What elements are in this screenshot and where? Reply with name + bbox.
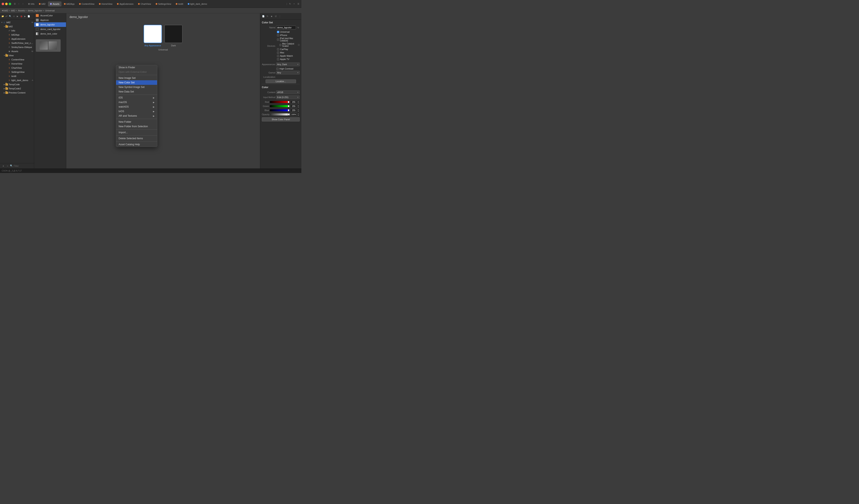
- red-stepper-down[interactable]: ▼: [298, 102, 300, 104]
- ctx-new-symbol[interactable]: New Symbol Image Set: [116, 85, 157, 89]
- inspector-file-icon[interactable]: 📄: [262, 15, 265, 18]
- ctx-new-color-set[interactable]: New Color Set: [116, 80, 157, 85]
- red-stepper-up[interactable]: ▲: [298, 100, 300, 102]
- ctx-asset-catalog-help[interactable]: Asset Catalog Help: [116, 142, 157, 147]
- inspector-appearances-dropdown[interactable]: Any, Dark ▼: [276, 62, 300, 66]
- blue-stepper-up[interactable]: ▲: [298, 109, 300, 110]
- inspector-toggle-icon[interactable]: ☰: [297, 2, 300, 5]
- green-value-box[interactable]: 255: [291, 105, 297, 108]
- ctx-tvos[interactable]: tvOS ▶: [116, 109, 157, 113]
- issue-nav-icon[interactable]: ⚠: [12, 15, 15, 18]
- test-nav-icon[interactable]: ▶: [16, 15, 19, 18]
- close-button[interactable]: [2, 3, 4, 5]
- device-iphone-checkbox[interactable]: [277, 34, 279, 36]
- breadcrumb-item-bill2-2[interactable]: bill2: [11, 9, 15, 12]
- ctx-show-in-finder[interactable]: Show in Finder: [116, 65, 157, 70]
- asset-item-demo-card-bgcolor[interactable]: demo_card_bgcolor: [34, 27, 66, 31]
- red-value-box[interactable]: 255: [291, 100, 297, 104]
- device-universal-checkbox[interactable]: ✓: [277, 31, 279, 33]
- nav-item-assets[interactable]: ▣ Assets M: [0, 49, 34, 54]
- tab-testtt[interactable]: testtt: [174, 1, 185, 6]
- blue-stepper-down[interactable]: ▼: [298, 110, 300, 112]
- nav-item-view-group[interactable]: ▼ View: [0, 54, 34, 58]
- nav-item-contentview[interactable]: S ContentView: [0, 58, 34, 62]
- tab-chartview[interactable]: ChartView: [136, 1, 153, 6]
- red-slider[interactable]: [270, 101, 290, 103]
- tab-contentview[interactable]: ContentView: [77, 1, 96, 6]
- high-contrast-checkbox[interactable]: [276, 68, 278, 70]
- search-nav-icon[interactable]: 🔍: [9, 15, 12, 18]
- nav-item-tempcode[interactable]: ▶ TempCode: [0, 82, 34, 87]
- expand-icon-view[interactable]: ▼: [3, 55, 5, 57]
- opacity-value-box[interactable]: 100%: [291, 113, 297, 116]
- ctx-ar-textures[interactable]: AR and Textures ▶: [116, 113, 157, 118]
- device-mac-checkbox[interactable]: [277, 51, 279, 54]
- device-mac-catalyst-checkbox[interactable]: [280, 44, 281, 46]
- ctx-new-folder-selection[interactable]: New Folder from Selection: [116, 124, 157, 129]
- nav-item-smiley[interactable]: F SmileySans-Oblique: [0, 45, 34, 49]
- ctx-ios[interactable]: iOS ▶: [116, 95, 157, 100]
- source-control-icon[interactable]: ☍: [5, 15, 8, 18]
- fullscreen-button[interactable]: [9, 3, 11, 5]
- blue-value-box[interactable]: 255: [291, 109, 297, 112]
- nav-item-previewcontent[interactable]: ▶ Preview Content: [0, 91, 34, 95]
- asset-item-appicon[interactable]: AppIcon: [34, 18, 66, 22]
- show-color-panel-button[interactable]: Show Color Panel: [262, 117, 300, 121]
- ctx-delete-selected[interactable]: Delete Selected Items: [116, 136, 157, 141]
- remove-file-button[interactable]: −: [6, 164, 9, 168]
- add-icon[interactable]: +: [293, 2, 296, 5]
- device-carplay-checkbox[interactable]: [277, 48, 279, 50]
- ctx-macos[interactable]: macOS ▶: [116, 100, 157, 105]
- localize-button[interactable]: Localize...: [266, 79, 296, 83]
- nav-item-lightdark[interactable]: S light_dark_demo A: [0, 78, 34, 82]
- tab-bill2[interactable]: bill2: [37, 1, 48, 6]
- inspector-content-dropdown[interactable]: sRGB ▼: [276, 90, 300, 94]
- tab-light-dark[interactable]: light_dark_demo: [186, 1, 209, 6]
- nav-item-swiftuiview[interactable]: S SwiftUIView_test_code: [0, 41, 34, 45]
- nav-item-testtt[interactable]: S testtt: [0, 74, 34, 78]
- back-icon[interactable]: ‹: [17, 2, 20, 5]
- breadcrumb-item-universal[interactable]: Universal: [45, 9, 55, 12]
- nav-item-tempcode2[interactable]: ▶ TempCode2: [0, 87, 34, 91]
- nav-item-info[interactable]: ☍ Info: [0, 29, 34, 33]
- mac-catalyst-info-icon[interactable]: ⓘ: [298, 44, 300, 46]
- name-reset-icon[interactable]: ↻: [297, 27, 300, 29]
- nav-item-bill2-root[interactable]: ▼ □ bill2 M: [0, 20, 34, 25]
- minimize-button[interactable]: [5, 3, 7, 5]
- forward-icon[interactable]: ›: [21, 2, 25, 5]
- tab-info[interactable]: Info: [26, 1, 36, 6]
- opacity-stepper-up[interactable]: ▲: [298, 113, 300, 114]
- refresh-icon[interactable]: ↻: [288, 2, 291, 5]
- blue-slider[interactable]: [270, 109, 290, 111]
- device-ipad-checkbox[interactable]: [277, 39, 279, 41]
- inspector-attr-icon[interactable]: ☑: [274, 15, 277, 18]
- tab-appextension[interactable]: AppExtension: [115, 1, 136, 6]
- ctx-new-image-set[interactable]: New Image Set: [116, 76, 157, 80]
- expand-icon-tempcode2[interactable]: ▶: [3, 88, 5, 90]
- swatch-dark[interactable]: Dark: [164, 25, 183, 47]
- green-stepper-up[interactable]: ▲: [298, 105, 300, 106]
- device-watch-checkbox[interactable]: [277, 55, 279, 57]
- green-slider[interactable]: [270, 105, 290, 107]
- inspector-name-value[interactable]: demo_bgcolor: [276, 26, 296, 29]
- filter-search[interactable]: 🔍 Filter: [10, 165, 32, 167]
- nav-item-bill2app[interactable]: S bill2App: [0, 33, 34, 37]
- tab-assets[interactable]: Assets: [48, 1, 61, 6]
- breadcrumb-item-bill2-1[interactable]: bill2: [4, 9, 8, 12]
- opacity-stepper-down[interactable]: ▼: [298, 114, 300, 116]
- expand-icon-bill2-sub[interactable]: ▼: [3, 26, 5, 28]
- asset-item-demo-text-color[interactable]: demo_text_color: [34, 31, 66, 36]
- opacity-slider[interactable]: [270, 113, 290, 116]
- inspector-resource-icon[interactable]: ■: [270, 15, 273, 18]
- nav-item-homeview[interactable]: S HomeView: [0, 62, 34, 66]
- ctx-import[interactable]: Import...: [116, 130, 157, 135]
- debug-nav-icon[interactable]: 🐞: [20, 15, 23, 18]
- ctx-new-folder[interactable]: New Folder: [116, 120, 157, 124]
- add-file-button[interactable]: +: [2, 164, 5, 168]
- nav-item-bill2-sub[interactable]: ▼ bill2: [0, 25, 34, 29]
- ctx-new-data-set[interactable]: New Data Set: [116, 89, 157, 94]
- tab-bill2app[interactable]: bill2App: [62, 1, 77, 6]
- asset-item-accentcolor[interactable]: AccentColor: [34, 13, 66, 18]
- nav-item-settingsview[interactable]: S SettingsView: [0, 70, 34, 74]
- nav-item-appext[interactable]: S AppExtension: [0, 37, 34, 41]
